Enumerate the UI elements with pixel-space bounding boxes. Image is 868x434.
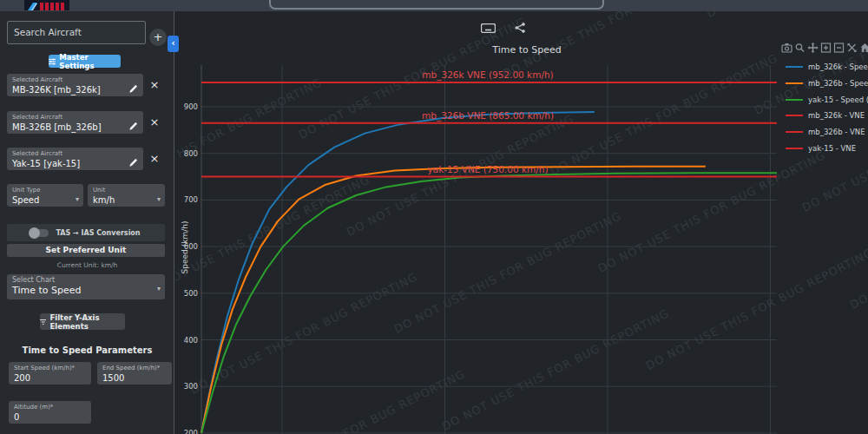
unit-select[interactable]: Unit km/h ▾ (88, 184, 165, 207)
unit-type-value: Speed (12, 194, 78, 206)
legend-swatch (786, 131, 803, 133)
remove-aircraft-button[interactable]: × (148, 116, 161, 128)
y-tick-label: 500 (177, 289, 198, 298)
edit-pencil-icon[interactable] (128, 81, 138, 97)
selected-aircraft-value: Yak-15 [yak-15] (12, 158, 138, 169)
speed-series-line (201, 112, 595, 433)
edit-pencil-icon[interactable] (128, 155, 138, 171)
plot-modebar (781, 40, 868, 56)
legend-swatch (786, 115, 803, 116)
pan-icon[interactable] (807, 40, 819, 56)
current-unit-text: Current Unit: km/h (0, 261, 174, 269)
start-speed-label: Start Speed (km/h)* (14, 365, 86, 372)
add-aircraft-button[interactable]: + (149, 29, 167, 46)
keyboard-icon[interactable] (481, 20, 496, 36)
zoom-in-icon[interactable] (820, 40, 832, 56)
y-tick-label: 300 (177, 382, 198, 391)
chart-title: Time to Speed (492, 44, 561, 56)
altitude-field[interactable]: Altitude (m)* 0 (9, 401, 91, 424)
start-speed-field[interactable]: Start Speed (km/h)* 200 (9, 362, 91, 385)
y-tick-label: 200 (177, 429, 198, 434)
select-chart-dropdown[interactable]: Select Chart Time to Speed ▾ (7, 274, 165, 299)
vne-annotation: mb_326b VNE (865.00 km/h) (422, 110, 554, 121)
sidebar-collapse-button[interactable]: ‹ (168, 36, 179, 52)
share-icon[interactable] (515, 20, 525, 36)
zoom-out-icon[interactable] (833, 40, 845, 56)
selected-aircraft-label: Selected Aircraft (12, 150, 138, 157)
tas-ias-toggle[interactable] (31, 229, 49, 237)
end-speed-field[interactable]: End Speed (km/h)* 1500 (97, 362, 172, 385)
sidebar: Search Aircraft + Master Settings Select… (0, 11, 174, 434)
remove-aircraft-button[interactable]: × (148, 153, 161, 165)
legend-item[interactable]: mb_326k - Speed (TAS) (786, 59, 868, 76)
y-tick-label: 700 (177, 195, 198, 204)
vne-annotation: mb_326k VNE (952.00 km/h) (422, 69, 553, 80)
legend-item[interactable]: mb_326b - Speed (TAS) (786, 76, 868, 92)
tas-ias-toggle-label: TAS → IAS Conversion (56, 229, 140, 237)
start-speed-value: 200 (14, 372, 86, 384)
autoscale-icon[interactable] (846, 40, 858, 56)
selected-aircraft-value: MB-326K [mb_326k] (12, 84, 138, 95)
legend-label: mb_326b - VNE (808, 128, 865, 136)
unit-value: km/h (93, 194, 160, 206)
unit-type-label: Unit Type (12, 187, 78, 194)
legend-label: mb_326k - VNE (808, 111, 865, 120)
chart-legend: mb_326k - Speed (TAS) mb_326b - Speed (T… (786, 59, 868, 156)
altitude-label: Altitude (m)* (14, 404, 86, 411)
legend-swatch (786, 82, 803, 84)
zoom-icon[interactable] (794, 40, 806, 56)
logo-icon (24, 3, 69, 10)
legend-label: yak-15 - Speed (TAS) (808, 95, 868, 104)
unit-type-select[interactable]: Unit Type Speed ▾ (7, 184, 83, 207)
browser-address-bar[interactable] (269, 0, 604, 10)
selected-aircraft-value: MB-326B [mb_326b] (12, 122, 138, 133)
legend-swatch (786, 66, 803, 68)
end-speed-label: End Speed (km/h)* (102, 365, 167, 372)
app-logo (24, 0, 69, 10)
legend-swatch (786, 148, 803, 149)
legend-label: yak-15 - VNE (808, 144, 856, 153)
selected-aircraft-label: Selected Aircraft (12, 114, 138, 121)
unit-label: Unit (93, 187, 160, 194)
chevron-down-icon: ▾ (157, 195, 161, 203)
selected-aircraft-card[interactable]: Selected Aircraft Yak-15 [yak-15] (7, 148, 143, 170)
chevron-down-icon: ▾ (76, 195, 79, 203)
master-settings-button[interactable]: Master Settings (49, 55, 121, 68)
edit-pencil-icon[interactable] (128, 118, 138, 135)
legend-item[interactable]: yak-15 - VNE (786, 140, 868, 156)
search-aircraft-input[interactable]: Search Aircraft (7, 21, 146, 44)
select-chart-label: Select Chart (12, 277, 160, 284)
selected-aircraft-card[interactable]: Selected Aircraft MB-326K [mb_326k] (7, 74, 143, 96)
filter-y-axis-button[interactable]: Filter Y-Axis Elements (40, 313, 125, 330)
master-settings-label: Master Settings (59, 53, 121, 70)
camera-icon[interactable] (781, 40, 792, 56)
legend-label: mb_326k - Speed (TAS) (808, 62, 868, 71)
end-speed-value: 1500 (102, 372, 167, 384)
set-preferred-unit-button[interactable]: Set Preferred Unit (7, 244, 165, 257)
legend-label: mb_326b - Speed (TAS) (808, 79, 868, 88)
legend-item[interactable]: mb_326b - VNE (786, 124, 868, 141)
selected-aircraft-label: Selected Aircraft (12, 76, 138, 83)
tas-ias-toggle-row: TAS → IAS Conversion (7, 224, 165, 241)
toggle-knob (29, 227, 40, 239)
filter-icon (40, 319, 46, 326)
selected-aircraft-card[interactable]: Selected Aircraft MB-326B [mb_326b] (7, 111, 143, 134)
speed-series-line (201, 167, 706, 433)
legend-swatch (786, 99, 803, 101)
select-chart-value: Time to Speed (12, 285, 160, 296)
altitude-value: 0 (14, 411, 86, 423)
y-tick-label: 800 (177, 149, 198, 158)
legend-item[interactable]: mb_326k - VNE (786, 108, 868, 124)
y-tick-label: 900 (177, 102, 198, 111)
y-tick-label: 400 (177, 336, 198, 345)
y-axis-title: Speed (km/h) (181, 221, 189, 274)
tune-icon (49, 58, 56, 65)
remove-aircraft-button[interactable]: × (148, 79, 161, 91)
legend-item[interactable]: yak-15 - Speed (TAS) (786, 91, 868, 108)
app-window: Search Aircraft + Master Settings Select… (0, 0, 868, 434)
params-section-title: Time to Speed Parameters (0, 345, 174, 355)
filter-y-axis-label: Filter Y-Axis Elements (49, 313, 125, 331)
reset-axes-icon[interactable] (859, 40, 868, 56)
browser-top-strip (0, 0, 868, 12)
chevron-down-icon: ▾ (157, 285, 161, 293)
